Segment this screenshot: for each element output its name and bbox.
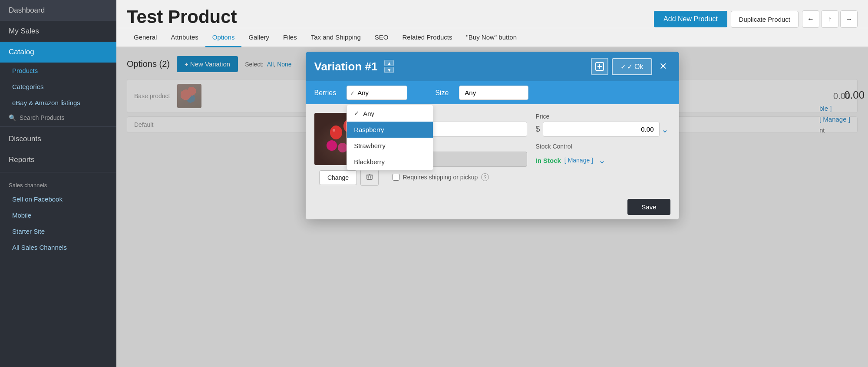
- modal-up-down-arrows: ▲ ▼: [384, 60, 394, 73]
- sidebar-item-discounts[interactable]: Discounts: [0, 129, 116, 149]
- dropdown-item-blackberry[interactable]: Blackberry: [347, 154, 433, 170]
- tab-files[interactable]: Files: [276, 28, 304, 47]
- shipping-checkbox-row: Requires shipping or pickup ?: [393, 173, 670, 181]
- shipping-label: Requires shipping or pickup: [403, 174, 478, 181]
- checkmark-icon: ✓: [620, 63, 626, 71]
- add-icon: [595, 62, 604, 71]
- stock-control-field: Stock Control In Stock [ Manage ] ⌄: [536, 143, 670, 167]
- dropdown-item-raspberry[interactable]: Raspberry: [347, 122, 433, 138]
- size-select[interactable]: Any: [459, 86, 528, 100]
- sidebar-item-starter-site[interactable]: Starter Site: [0, 223, 116, 239]
- tab-bar: General Attributes Options Gallery Files…: [116, 28, 868, 47]
- tab-buy-now[interactable]: "Buy Now" button: [459, 28, 524, 47]
- trash-icon: [366, 173, 373, 180]
- modal-ok-button[interactable]: ✓ ✓ Ok: [612, 58, 652, 75]
- tab-general[interactable]: General: [127, 28, 164, 47]
- page-title: Test Product: [127, 7, 237, 27]
- tab-attributes[interactable]: Attributes: [164, 28, 205, 47]
- change-image-button[interactable]: Change: [319, 170, 357, 185]
- svg-point-5: [330, 126, 342, 139]
- sidebar-item-sell-facebook[interactable]: Sell on Facebook: [0, 191, 116, 207]
- tab-options[interactable]: Options: [205, 28, 242, 47]
- modal-header: Variation #1 ▲ ▼: [306, 52, 679, 81]
- nav-up-button[interactable]: ↑: [821, 10, 838, 28]
- modal-add-icon-button[interactable]: [591, 58, 608, 75]
- stock-control-label: Stock Control: [536, 143, 670, 150]
- svg-point-15: [338, 143, 347, 152]
- price-input-group: $ ⌄: [536, 122, 670, 137]
- main-content: Test Product Add New Product Duplicate P…: [116, 0, 868, 367]
- sidebar-item-catalog[interactable]: Catalog: [0, 42, 116, 63]
- manage-stock-link[interactable]: [ Manage ]: [564, 157, 593, 164]
- header-actions: Add New Product Duplicate Product ← ↑ →: [654, 7, 858, 28]
- stock-status-row: In Stock [ Manage ] ⌄: [536, 153, 670, 167]
- size-label: Size: [435, 89, 449, 97]
- variation-modal: Variation #1 ▲ ▼: [306, 52, 679, 219]
- duplicate-product-button[interactable]: Duplicate Product: [731, 11, 799, 28]
- sidebar-sub-item-categories[interactable]: Categories: [0, 79, 116, 95]
- sidebar-item-mobile[interactable]: Mobile: [0, 207, 116, 223]
- price-symbol: $: [536, 125, 540, 134]
- shipping-checkbox[interactable]: [393, 174, 399, 181]
- sidebar-sub-item-products[interactable]: Products: [0, 63, 116, 79]
- options-area: Options (2) + New Variation Select: All,…: [116, 47, 868, 367]
- dropdown-item-any[interactable]: ✓ Any: [347, 105, 433, 122]
- image-actions: Change: [319, 169, 379, 186]
- sidebar-item-reports[interactable]: Reports: [0, 149, 116, 170]
- modal-overlay: Variation #1 ▲ ▼: [116, 47, 868, 367]
- stock-expand-button[interactable]: ⌄: [597, 153, 607, 167]
- tab-gallery[interactable]: Gallery: [241, 28, 276, 47]
- sidebar: Dashboard My Sales Catalog Products Cate…: [0, 0, 116, 367]
- price-input[interactable]: [543, 122, 660, 137]
- modal-arrow-up[interactable]: ▲: [384, 60, 394, 66]
- sidebar-divider-1: [0, 126, 116, 127]
- svg-rect-19: [367, 175, 372, 179]
- weight-stock-row: Weight, lbs Stock Control In Stock [ Man…: [393, 143, 670, 167]
- sidebar-sub-item-ebay-amazon[interactable]: eBay & Amazon listings: [0, 95, 116, 111]
- modal-arrow-down[interactable]: ▼: [384, 67, 394, 73]
- sidebar-divider-2: [0, 172, 116, 172]
- modal-header-actions: ✓ ✓ Ok ✕: [591, 58, 670, 75]
- sidebar-item-my-sales[interactable]: My Sales: [0, 21, 116, 42]
- dropdown-item-strawberry[interactable]: Strawberry: [347, 138, 433, 154]
- nav-forward-button[interactable]: →: [840, 10, 858, 28]
- tab-tax-shipping[interactable]: Tax and Shipping: [304, 28, 368, 47]
- modal-title-group: Variation #1 ▲ ▼: [314, 60, 394, 73]
- price-expand-button[interactable]: ⌄: [660, 122, 670, 136]
- add-new-product-button[interactable]: Add New Product: [654, 11, 727, 27]
- berries-label: Berries: [314, 89, 337, 97]
- nav-back-button[interactable]: ←: [802, 10, 819, 28]
- modal-options-row: Berries ✓ Any Raspberry Strawberry Black…: [306, 81, 679, 104]
- berries-dropdown: ✓ Any Raspberry Strawberry Blackberry: [347, 105, 433, 170]
- modal-footer: Save: [306, 195, 679, 219]
- modal-right-panel: SKU Price $ ⌄: [393, 113, 670, 186]
- sidebar-item-all-channels[interactable]: All Sales Channels: [0, 239, 116, 255]
- delete-image-button[interactable]: [360, 169, 379, 186]
- sales-channels-header: Sales channels: [0, 174, 116, 191]
- tab-seo[interactable]: SEO: [368, 28, 396, 47]
- nav-arrows: ← ↑ →: [802, 10, 858, 28]
- price-field: Price $ ⌄: [536, 113, 670, 137]
- page-header: Test Product Add New Product Duplicate P…: [116, 0, 868, 28]
- sku-price-row: SKU Price $ ⌄: [393, 113, 670, 137]
- size-select-wrapper: Any: [459, 86, 528, 100]
- stock-status: In Stock: [536, 157, 561, 164]
- sidebar-item-dashboard[interactable]: Dashboard: [0, 0, 116, 21]
- check-icon: ✓: [354, 109, 360, 117]
- help-icon[interactable]: ?: [481, 173, 489, 181]
- svg-point-16: [333, 129, 335, 132]
- modal-title: Variation #1: [314, 60, 378, 73]
- search-products[interactable]: 🔍 Search Products: [0, 111, 116, 125]
- search-icon: 🔍: [9, 114, 16, 121]
- berries-select-wrapper: ✓ Any Raspberry Strawberry Blackberry ✓ …: [347, 86, 407, 100]
- svg-point-13: [327, 140, 337, 151]
- modal-close-button[interactable]: ✕: [656, 59, 670, 74]
- modal-save-button[interactable]: Save: [627, 199, 670, 215]
- price-label: Price: [536, 113, 670, 120]
- tab-related[interactable]: Related Products: [395, 28, 459, 47]
- berries-select[interactable]: Any Raspberry Strawberry Blackberry: [347, 86, 407, 100]
